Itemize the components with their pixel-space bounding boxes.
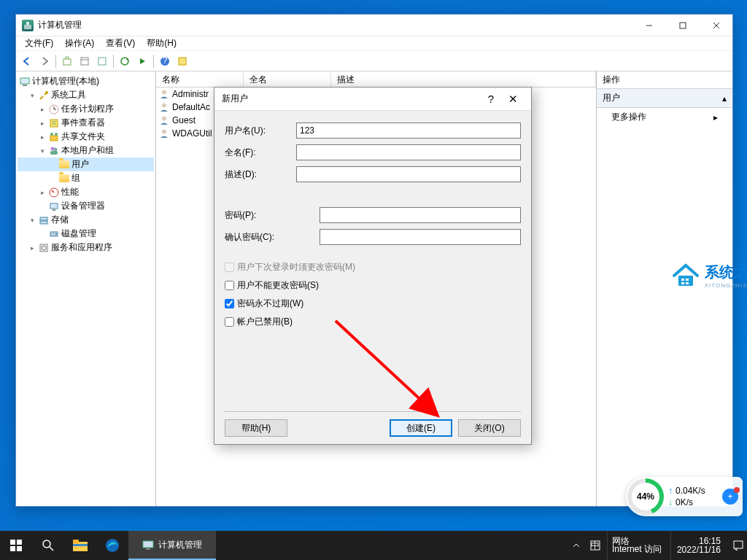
- window-title: 计算机管理: [38, 19, 632, 31]
- search-icon: [42, 539, 55, 552]
- svg-rect-33: [40, 217, 47, 220]
- tree-root[interactable]: 计算机管理(本地): [18, 74, 154, 88]
- chevron-right-icon: ▸: [713, 112, 718, 122]
- maximize-button[interactable]: [666, 15, 699, 36]
- username-input[interactable]: [296, 122, 521, 139]
- meter-add-button[interactable]: +: [722, 489, 738, 505]
- network-meter[interactable]: 44% ↑0.04K/s ↓0K/s +: [626, 477, 743, 516]
- user-icon: [159, 115, 169, 125]
- tree-device-manager[interactable]: 设备管理器: [18, 199, 154, 213]
- expander-icon[interactable]: ▸: [28, 244, 36, 252]
- folder-icon: [58, 173, 70, 184]
- col-name[interactable]: 名称: [156, 71, 244, 87]
- folder-icon: [73, 540, 88, 551]
- tree-event-viewer[interactable]: ▸ 事件查看器: [18, 116, 154, 130]
- menubar: 文件(F) 操作(A) 查看(V) 帮助(H): [16, 36, 732, 51]
- tray-clock[interactable]: 16:15 2022/11/16: [670, 531, 727, 560]
- close-button[interactable]: [700, 15, 732, 36]
- new-user-dialog: 新用户 ? ✕ 用户名(U): 全名(F): 描述(D): 密码(P): 确认密…: [214, 87, 532, 445]
- action-section-user[interactable]: 用户 ▴: [597, 89, 732, 108]
- svg-rect-20: [50, 120, 58, 127]
- taskbar-app-computer-management[interactable]: 计算机管理: [128, 531, 216, 560]
- taskbar-search[interactable]: [32, 531, 64, 560]
- action-more[interactable]: 更多操作 ▸: [597, 108, 732, 126]
- performance-icon: [48, 187, 60, 198]
- tree-storage[interactable]: ▾ 存储: [18, 213, 154, 227]
- expander-icon[interactable]: ▾: [38, 147, 47, 155]
- confirm-password-input[interactable]: [320, 229, 521, 245]
- menu-help[interactable]: 帮助(H): [141, 36, 182, 51]
- expander-icon[interactable]: ▾: [28, 91, 36, 100]
- refresh-button[interactable]: [117, 53, 133, 69]
- tree-services[interactable]: ▸ 服务和应用程序: [18, 241, 154, 254]
- up-button[interactable]: [59, 53, 75, 69]
- taskbar-edge[interactable]: [96, 531, 128, 560]
- tree-system-tools[interactable]: ▾ 系统工具: [18, 88, 154, 102]
- tray-network[interactable]: 网络 Internet 访问: [607, 531, 666, 560]
- fullname-label: 全名(F):: [225, 147, 296, 159]
- svg-point-58: [106, 539, 119, 552]
- start-button[interactable]: [0, 531, 32, 560]
- password-input[interactable]: [320, 207, 521, 223]
- minimize-button[interactable]: [632, 15, 665, 36]
- tray-notifications[interactable]: [731, 531, 746, 560]
- svg-rect-14: [20, 78, 29, 84]
- action-header: 操作: [597, 71, 732, 89]
- username-label: 用户名(U):: [225, 125, 296, 137]
- chk-cannot-change-box[interactable]: [225, 281, 234, 290]
- tray-ime[interactable]: 中: [588, 531, 603, 560]
- expander-icon[interactable]: ▸: [38, 119, 47, 128]
- chk-disabled-box[interactable]: [225, 317, 234, 327]
- run-button[interactable]: [134, 53, 150, 69]
- taskbar-explorer[interactable]: [64, 531, 96, 560]
- props-button[interactable]: [174, 53, 190, 69]
- fullname-input[interactable]: [296, 144, 521, 160]
- menu-file[interactable]: 文件(F): [19, 36, 59, 51]
- description-input[interactable]: [296, 166, 521, 182]
- chk-cannot-change[interactable]: 用户不能更改密码(S): [225, 279, 521, 292]
- nav-back-button[interactable]: [19, 53, 35, 69]
- tree-users[interactable]: 用户: [18, 158, 154, 171]
- svg-point-25: [55, 133, 58, 136]
- user-icon: [159, 102, 169, 112]
- export-button[interactable]: [94, 53, 110, 69]
- svg-rect-51: [10, 546, 15, 551]
- menu-view[interactable]: 查看(V): [100, 36, 141, 51]
- svg-point-27: [54, 147, 58, 151]
- svg-rect-47: [686, 282, 689, 284]
- chk-never-expire-box[interactable]: [225, 299, 234, 308]
- help-button[interactable]: 帮助(H): [225, 419, 287, 437]
- dialog-title: 新用户: [222, 93, 480, 105]
- expander-icon[interactable]: ▸: [38, 133, 47, 141]
- chk-never-expire[interactable]: 密码永不过期(W): [225, 298, 521, 310]
- svg-point-36: [55, 233, 57, 235]
- tree-disk-mgmt[interactable]: 磁盘管理: [18, 227, 154, 241]
- shared-icon: [48, 131, 60, 143]
- tree-performance[interactable]: ▸ 性能: [18, 185, 154, 199]
- tree-groups[interactable]: 组: [18, 171, 154, 185]
- tree-shared-folders[interactable]: ▸ 共享文件夹: [18, 130, 154, 144]
- svg-line-54: [50, 547, 53, 551]
- views-button[interactable]: [77, 53, 93, 69]
- create-button[interactable]: 创建(E): [390, 419, 452, 437]
- navigation-tree[interactable]: 计算机管理(本地) ▾ 系统工具 ▸ 任务计划程序 ▸ 事件查看器 ▸ 共享文件…: [16, 71, 156, 506]
- dialog-close-button[interactable]: ✕: [502, 93, 524, 106]
- menu-action[interactable]: 操作(A): [59, 36, 100, 51]
- svg-rect-6: [63, 59, 71, 65]
- tray-chevron-up[interactable]: [569, 531, 584, 560]
- close-button[interactable]: 关闭(O): [458, 419, 521, 437]
- svg-point-53: [43, 540, 50, 548]
- expander-icon[interactable]: ▾: [28, 216, 36, 225]
- col-desc[interactable]: 描述: [331, 71, 596, 87]
- tree-task-scheduler[interactable]: ▸ 任务计划程序: [18, 102, 154, 116]
- chk-disabled[interactable]: 帐户已禁用(B): [225, 316, 521, 328]
- tree-local-users[interactable]: ▾ 本地用户和组: [18, 144, 154, 158]
- user-icon: [159, 128, 169, 139]
- col-fullname[interactable]: 全名: [244, 71, 331, 87]
- expander-icon[interactable]: ▸: [38, 188, 47, 197]
- dialog-help-button[interactable]: ?: [480, 93, 502, 105]
- expander-icon[interactable]: ▸: [38, 105, 47, 114]
- storage-icon: [38, 214, 50, 226]
- nav-forward-button[interactable]: [36, 53, 53, 69]
- help-button[interactable]: ?: [157, 53, 173, 69]
